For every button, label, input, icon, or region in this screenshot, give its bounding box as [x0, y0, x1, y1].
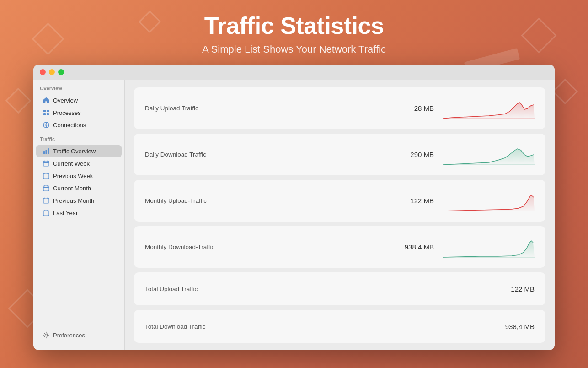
chart-daily-upload	[443, 96, 535, 121]
svg-rect-1	[47, 110, 49, 112]
main-layout: Overview Overview Processes	[33, 80, 555, 350]
gear-icon	[43, 331, 50, 339]
stat-value-monthly-download: 938,4 MB	[393, 243, 434, 251]
stat-value-monthly-upload: 122 MB	[393, 197, 434, 205]
title-bar	[33, 65, 555, 80]
sidebar-label-previous-week: Previous Week	[53, 173, 93, 179]
svg-rect-0	[43, 110, 46, 112]
svg-rect-2	[43, 113, 46, 115]
svg-rect-5	[43, 151, 45, 154]
calendar-icon-5	[43, 209, 50, 216]
sidebar-label-connections: Connections	[53, 122, 86, 129]
svg-rect-11	[43, 198, 49, 203]
chart-bar-icon	[43, 147, 50, 155]
stat-value-total-download: 938,4 MB	[493, 323, 535, 330]
stat-value-daily-download: 290 MB	[393, 151, 434, 158]
svg-rect-7	[48, 148, 49, 154]
sidebar-section-overview-label: Overview	[33, 86, 124, 94]
sidebar-item-current-week[interactable]: Current Week	[36, 157, 122, 169]
sidebar-item-last-year[interactable]: Last Year	[36, 207, 122, 219]
sidebar-label-traffic-overview: Traffic Overview	[53, 148, 96, 155]
stat-label-daily-download: Daily Download Traffic	[145, 151, 393, 158]
sidebar-label-previous-month: Previous Month	[53, 197, 94, 204]
stat-card-daily-upload: Daily Upload Traffic 28 MB	[134, 87, 545, 129]
sidebar-item-current-month[interactable]: Current Month	[36, 182, 122, 194]
stat-value-total-upload: 122 MB	[493, 285, 535, 293]
sidebar-item-overview[interactable]: Overview	[36, 94, 122, 106]
sidebar-item-traffic-overview[interactable]: Traffic Overview	[36, 145, 122, 157]
sidebar: Overview Overview Processes	[33, 80, 125, 350]
page-header: Traffic Statistics A Simple List Shows Y…	[0, 0, 588, 65]
calendar-icon-2	[43, 172, 50, 179]
minimize-button[interactable]	[49, 69, 55, 75]
sidebar-label-current-month: Current Month	[53, 185, 91, 192]
globe-icon	[43, 121, 50, 129]
svg-rect-3	[47, 113, 49, 115]
sidebar-label-processes: Processes	[53, 109, 81, 116]
stat-card-total-download: Total Download Traffic 938,4 MB	[134, 310, 545, 343]
stat-label-monthly-upload: Monthly Upload-Traffic	[145, 197, 393, 204]
chart-monthly-upload	[443, 188, 535, 213]
house-icon	[43, 97, 50, 104]
stat-label-monthly-download: Monthly Download-Traffic	[145, 244, 393, 250]
svg-rect-9	[43, 173, 49, 179]
stat-label-daily-upload: Daily Upload Traffic	[145, 105, 393, 112]
sidebar-label-overview: Overview	[53, 97, 78, 104]
stat-label-total-download: Total Download Traffic	[145, 323, 493, 330]
svg-rect-12	[43, 211, 49, 216]
calendar-icon-4	[43, 197, 50, 204]
stat-label-total-upload: Total Upload Traffic	[145, 286, 493, 292]
grid-icon	[43, 109, 50, 116]
sidebar-item-connections[interactable]: Connections	[36, 119, 122, 131]
preferences-item[interactable]: Preferences	[36, 329, 122, 341]
chart-daily-download	[443, 142, 535, 167]
sidebar-item-processes[interactable]: Processes	[36, 107, 122, 119]
sidebar-label-last-year: Last Year	[53, 210, 78, 216]
close-button[interactable]	[40, 69, 46, 75]
svg-rect-10	[43, 186, 49, 191]
sidebar-section-traffic-label: Traffic	[33, 136, 124, 145]
app-window: Overview Overview Processes	[33, 65, 555, 350]
stat-card-total-upload: Total Upload Traffic 122 MB	[134, 272, 545, 305]
sidebar-item-previous-month[interactable]: Previous Month	[36, 195, 122, 206]
sidebar-item-previous-week[interactable]: Previous Week	[36, 170, 122, 182]
stat-value-daily-upload: 28 MB	[393, 104, 434, 112]
page-subtitle: A Simple List Shows Your Network Traffic	[0, 43, 588, 55]
stat-card-monthly-upload: Monthly Upload-Traffic 122 MB	[134, 180, 545, 222]
stat-card-daily-download: Daily Download Traffic 290 MB	[134, 134, 545, 175]
preferences-label: Preferences	[53, 332, 85, 339]
content-area: Daily Upload Traffic 28 MB Daily	[125, 80, 555, 350]
svg-point-13	[45, 334, 48, 336]
chart-monthly-download	[443, 234, 535, 260]
page-title: Traffic Statistics	[0, 13, 588, 39]
calendar-icon-1	[43, 160, 50, 167]
calendar-icon-3	[43, 184, 50, 192]
stat-card-monthly-download: Monthly Download-Traffic 938,4 MB	[134, 226, 545, 268]
svg-rect-8	[43, 161, 49, 166]
svg-rect-6	[46, 150, 47, 154]
sidebar-label-current-week: Current Week	[53, 160, 90, 167]
sidebar-bottom: Preferences	[33, 325, 124, 345]
maximize-button[interactable]	[58, 69, 64, 75]
